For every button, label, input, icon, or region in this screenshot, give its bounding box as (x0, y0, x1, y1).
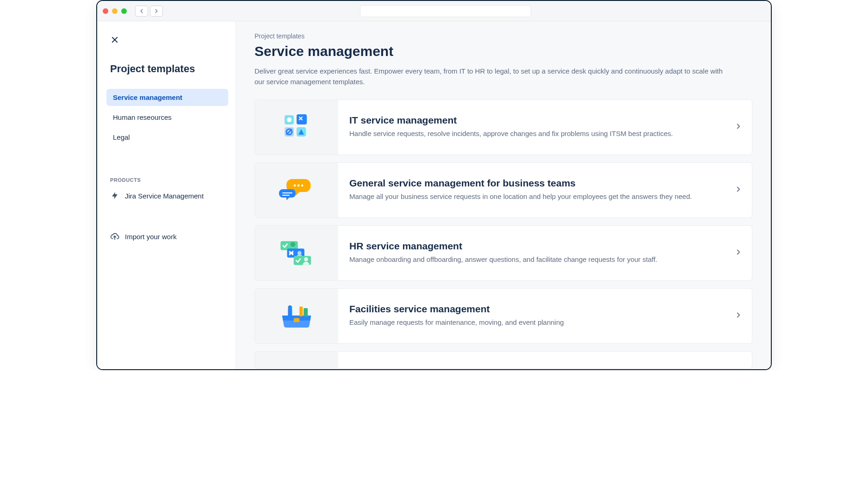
template-description: Handle service requests, resolve inciden… (349, 129, 727, 139)
close-button[interactable] (106, 31, 123, 48)
sidebar: Project templates Service management Hum… (97, 21, 236, 369)
window-minimize-icon[interactable] (112, 8, 118, 14)
breadcrumb[interactable]: Project templates (254, 32, 752, 40)
chevron-right-icon (734, 311, 743, 321)
sidebar-item-label: Legal (113, 133, 130, 141)
window-zoom-icon[interactable] (121, 8, 127, 14)
template-card-cutoff[interactable] (254, 351, 752, 369)
address-bar[interactable] (360, 5, 531, 17)
svg-point-18 (291, 242, 296, 247)
chevron-right-icon (734, 185, 743, 195)
chevron-right-icon (734, 122, 743, 132)
lightning-icon (110, 191, 119, 200)
template-title: General service management for business … (349, 178, 727, 189)
back-button[interactable] (135, 6, 148, 17)
sidebar-item-legal[interactable]: Legal (106, 129, 228, 146)
sidebar-item-label: Service management (113, 93, 182, 101)
template-title: HR service management (349, 241, 727, 252)
sidebar-nav: Service management Human reseources Lega… (106, 89, 228, 146)
template-list: IT service management Handle service req… (254, 99, 752, 369)
svg-point-27 (288, 305, 292, 309)
import-label: Import your work (125, 233, 177, 241)
chevron-right-icon (734, 248, 743, 258)
app-window: Project templates Service management Hum… (96, 0, 772, 370)
hr-cards-icon (278, 238, 315, 268)
template-thumbnail (255, 100, 338, 155)
products-section-label: PRODUCTS (106, 177, 228, 183)
sidebar-item-service-management[interactable]: Service management (106, 89, 228, 106)
itsm-grid-icon (278, 112, 315, 142)
product-label: Jira Service Management (125, 192, 204, 200)
forward-button[interactable] (150, 6, 163, 17)
toolbox-icon (278, 301, 315, 331)
window-controls (103, 8, 127, 14)
page-title: Service management (254, 43, 752, 59)
product-jira-service-management[interactable]: Jira Service Management (106, 186, 228, 205)
template-title: IT service management (349, 115, 727, 126)
template-thumbnail (255, 289, 338, 343)
sidebar-title: Project templates (110, 63, 224, 75)
template-description: Easily manage requests for maintenance, … (349, 317, 727, 328)
import-your-work[interactable]: Import your work (106, 227, 228, 246)
main-panel: Project templates Service management Del… (236, 21, 771, 369)
svg-rect-25 (294, 318, 299, 322)
window-close-icon[interactable] (103, 8, 108, 14)
page-description: Deliver great service experiences fast. … (254, 66, 726, 87)
template-title: Facilities service management (349, 303, 727, 315)
template-thumbnail (255, 226, 338, 280)
svg-rect-28 (299, 306, 303, 316)
svg-rect-29 (304, 308, 308, 316)
nav-buttons (135, 6, 163, 17)
svg-point-14 (301, 184, 304, 186)
sidebar-item-label: Human reseources (113, 113, 172, 121)
cloud-upload-icon (110, 232, 119, 241)
template-card-general-service-management[interactable]: General service management for business … (254, 162, 752, 218)
svg-point-13 (298, 184, 300, 186)
titlebar (97, 1, 771, 21)
template-description: Manage onboarding and offboarding, answe… (349, 254, 727, 265)
svg-point-24 (304, 257, 308, 261)
svg-point-12 (294, 184, 296, 186)
chat-bubbles-icon (278, 175, 315, 205)
template-description: Manage all your business service request… (349, 192, 727, 202)
template-card-hr-service-management[interactable]: HR service management Manage onboarding … (254, 225, 752, 281)
svg-point-11 (287, 118, 291, 122)
template-card-facilities-service-management[interactable]: Facilities service management Easily man… (254, 288, 752, 344)
svg-rect-26 (288, 308, 292, 317)
template-thumbnail (255, 163, 338, 217)
content: Project templates Service management Hum… (97, 21, 771, 369)
sidebar-item-human-resources[interactable]: Human reseources (106, 109, 228, 126)
template-card-it-service-management[interactable]: IT service management Handle service req… (254, 99, 752, 155)
template-thumbnail (255, 352, 338, 368)
